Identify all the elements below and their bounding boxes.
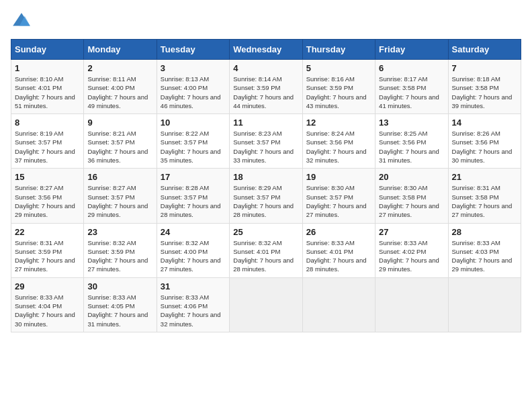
- day-info: Sunrise: 8:24 AMSunset: 3:56 PMDaylight:…: [306, 130, 367, 164]
- calendar-cell: 2 Sunrise: 8:11 AMSunset: 4:00 PMDayligh…: [84, 60, 157, 114]
- column-header-monday: Monday: [84, 40, 157, 60]
- calendar-header-row: SundayMondayTuesdayWednesdayThursdayFrid…: [11, 40, 521, 60]
- day-info: Sunrise: 8:18 AMSunset: 3:58 PMDaylight:…: [452, 75, 513, 109]
- day-number: 25: [233, 227, 298, 237]
- day-number: 1: [15, 63, 80, 73]
- day-number: 4: [233, 63, 298, 73]
- calendar-cell: 8 Sunrise: 8:19 AMSunset: 3:57 PMDayligh…: [11, 114, 84, 169]
- day-number: 16: [87, 172, 152, 182]
- calendar-cell: 27 Sunrise: 8:33 AMSunset: 4:02 PMDaylig…: [375, 223, 448, 277]
- day-number: 27: [379, 227, 444, 237]
- calendar-week-row: 22 Sunrise: 8:31 AMSunset: 3:59 PMDaylig…: [11, 223, 521, 277]
- calendar-cell: [302, 277, 375, 332]
- logo: [11, 11, 35, 32]
- calendar-cell: 31 Sunrise: 8:33 AMSunset: 4:06 PMDaylig…: [157, 277, 229, 332]
- day-info: Sunrise: 8:27 AMSunset: 3:56 PMDaylight:…: [15, 184, 75, 218]
- day-number: 2: [87, 63, 152, 73]
- day-number: 11: [233, 118, 298, 128]
- column-header-thursday: Thursday: [302, 40, 375, 60]
- day-number: 17: [161, 172, 226, 182]
- column-header-wednesday: Wednesday: [230, 40, 302, 60]
- calendar-cell: 3 Sunrise: 8:13 AMSunset: 4:00 PMDayligh…: [157, 60, 229, 114]
- calendar-week-row: 8 Sunrise: 8:19 AMSunset: 3:57 PMDayligh…: [11, 114, 521, 169]
- column-header-tuesday: Tuesday: [157, 40, 229, 60]
- day-info: Sunrise: 8:27 AMSunset: 3:57 PMDaylight:…: [87, 184, 148, 218]
- calendar-week-row: 29 Sunrise: 8:33 AMSunset: 4:04 PMDaylig…: [11, 277, 521, 332]
- day-number: 23: [87, 227, 152, 237]
- calendar-cell: 4 Sunrise: 8:14 AMSunset: 3:59 PMDayligh…: [230, 60, 302, 114]
- day-info: Sunrise: 8:26 AMSunset: 3:56 PMDaylight:…: [452, 130, 513, 164]
- calendar-cell: 24 Sunrise: 8:32 AMSunset: 4:00 PMDaylig…: [157, 223, 229, 277]
- day-info: Sunrise: 8:28 AMSunset: 3:57 PMDaylight:…: [161, 184, 221, 218]
- day-info: Sunrise: 8:33 AMSunset: 4:04 PMDaylight:…: [15, 293, 75, 328]
- calendar-cell: 1 Sunrise: 8:10 AMSunset: 4:01 PMDayligh…: [11, 60, 84, 114]
- day-info: Sunrise: 8:11 AMSunset: 4:00 PMDaylight:…: [87, 75, 148, 109]
- calendar-cell: 18 Sunrise: 8:29 AMSunset: 3:57 PMDaylig…: [230, 169, 302, 223]
- day-info: Sunrise: 8:13 AMSunset: 4:00 PMDaylight:…: [161, 75, 221, 109]
- calendar-cell: 5 Sunrise: 8:16 AMSunset: 3:59 PMDayligh…: [302, 60, 375, 114]
- calendar-cell: 19 Sunrise: 8:30 AMSunset: 3:57 PMDaylig…: [302, 169, 375, 223]
- calendar-cell: 12 Sunrise: 8:24 AMSunset: 3:56 PMDaylig…: [302, 114, 375, 169]
- calendar-table: SundayMondayTuesdayWednesdayThursdayFrid…: [11, 39, 521, 332]
- day-info: Sunrise: 8:23 AMSunset: 3:57 PMDaylight:…: [233, 130, 294, 164]
- day-info: Sunrise: 8:31 AMSunset: 3:58 PMDaylight:…: [452, 184, 513, 218]
- calendar-cell: 25 Sunrise: 8:32 AMSunset: 4:01 PMDaylig…: [230, 223, 302, 277]
- day-number: 19: [306, 172, 371, 182]
- calendar-week-row: 1 Sunrise: 8:10 AMSunset: 4:01 PMDayligh…: [11, 60, 521, 114]
- day-number: 9: [87, 118, 152, 128]
- day-info: Sunrise: 8:33 AMSunset: 4:02 PMDaylight:…: [379, 239, 439, 273]
- day-number: 22: [15, 227, 80, 237]
- calendar-cell: 7 Sunrise: 8:18 AMSunset: 3:58 PMDayligh…: [448, 60, 521, 114]
- day-number: 13: [379, 118, 444, 128]
- day-info: Sunrise: 8:17 AMSunset: 3:58 PMDaylight:…: [379, 75, 439, 109]
- day-info: Sunrise: 8:22 AMSunset: 3:57 PMDaylight:…: [161, 130, 221, 164]
- calendar-cell: 22 Sunrise: 8:31 AMSunset: 3:59 PMDaylig…: [11, 223, 84, 277]
- day-info: Sunrise: 8:29 AMSunset: 3:57 PMDaylight:…: [233, 184, 294, 218]
- day-info: Sunrise: 8:30 AMSunset: 3:57 PMDaylight:…: [306, 184, 367, 218]
- calendar-cell: 29 Sunrise: 8:33 AMSunset: 4:04 PMDaylig…: [11, 277, 84, 332]
- day-number: 21: [452, 172, 517, 182]
- calendar-cell: 13 Sunrise: 8:25 AMSunset: 3:56 PMDaylig…: [375, 114, 448, 169]
- day-number: 18: [233, 172, 298, 182]
- calendar-cell: 28 Sunrise: 8:33 AMSunset: 4:03 PMDaylig…: [448, 223, 521, 277]
- day-info: Sunrise: 8:33 AMSunset: 4:06 PMDaylight:…: [161, 293, 221, 328]
- day-number: 3: [161, 63, 226, 73]
- day-number: 5: [306, 63, 371, 73]
- day-number: 24: [161, 227, 226, 237]
- calendar-cell: 15 Sunrise: 8:27 AMSunset: 3:56 PMDaylig…: [11, 169, 84, 223]
- day-info: Sunrise: 8:10 AMSunset: 4:01 PMDaylight:…: [15, 75, 75, 109]
- page-header: [11, 11, 521, 32]
- logo-icon: [11, 11, 32, 32]
- day-info: Sunrise: 8:33 AMSunset: 4:01 PMDaylight:…: [306, 239, 367, 273]
- day-info: Sunrise: 8:19 AMSunset: 3:57 PMDaylight:…: [15, 130, 75, 164]
- calendar-cell: 17 Sunrise: 8:28 AMSunset: 3:57 PMDaylig…: [157, 169, 229, 223]
- day-info: Sunrise: 8:30 AMSunset: 3:58 PMDaylight:…: [379, 184, 439, 218]
- day-number: 7: [452, 63, 517, 73]
- day-info: Sunrise: 8:32 AMSunset: 4:01 PMDaylight:…: [233, 239, 294, 273]
- column-header-sunday: Sunday: [11, 40, 84, 60]
- day-info: Sunrise: 8:14 AMSunset: 3:59 PMDaylight:…: [233, 75, 294, 109]
- day-number: 30: [87, 281, 152, 291]
- day-info: Sunrise: 8:31 AMSunset: 3:59 PMDaylight:…: [15, 239, 75, 273]
- day-info: Sunrise: 8:32 AMSunset: 4:00 PMDaylight:…: [161, 239, 221, 273]
- day-info: Sunrise: 8:25 AMSunset: 3:56 PMDaylight:…: [379, 130, 439, 164]
- calendar-cell: 20 Sunrise: 8:30 AMSunset: 3:58 PMDaylig…: [375, 169, 448, 223]
- day-info: Sunrise: 8:33 AMSunset: 4:03 PMDaylight:…: [452, 239, 513, 273]
- calendar-cell: [375, 277, 448, 332]
- day-number: 14: [452, 118, 517, 128]
- calendar-cell: 16 Sunrise: 8:27 AMSunset: 3:57 PMDaylig…: [84, 169, 157, 223]
- day-number: 10: [161, 118, 226, 128]
- day-number: 31: [161, 281, 226, 291]
- day-number: 29: [15, 281, 80, 291]
- day-info: Sunrise: 8:21 AMSunset: 3:57 PMDaylight:…: [87, 130, 148, 164]
- calendar-cell: 21 Sunrise: 8:31 AMSunset: 3:58 PMDaylig…: [448, 169, 521, 223]
- day-number: 15: [15, 172, 80, 182]
- day-number: 6: [379, 63, 444, 73]
- day-number: 26: [306, 227, 371, 237]
- calendar-cell: 10 Sunrise: 8:22 AMSunset: 3:57 PMDaylig…: [157, 114, 229, 169]
- calendar-cell: 11 Sunrise: 8:23 AMSunset: 3:57 PMDaylig…: [230, 114, 302, 169]
- calendar-cell: 23 Sunrise: 8:32 AMSunset: 3:59 PMDaylig…: [84, 223, 157, 277]
- calendar-cell: 6 Sunrise: 8:17 AMSunset: 3:58 PMDayligh…: [375, 60, 448, 114]
- day-info: Sunrise: 8:16 AMSunset: 3:59 PMDaylight:…: [306, 75, 367, 109]
- calendar-cell: [448, 277, 521, 332]
